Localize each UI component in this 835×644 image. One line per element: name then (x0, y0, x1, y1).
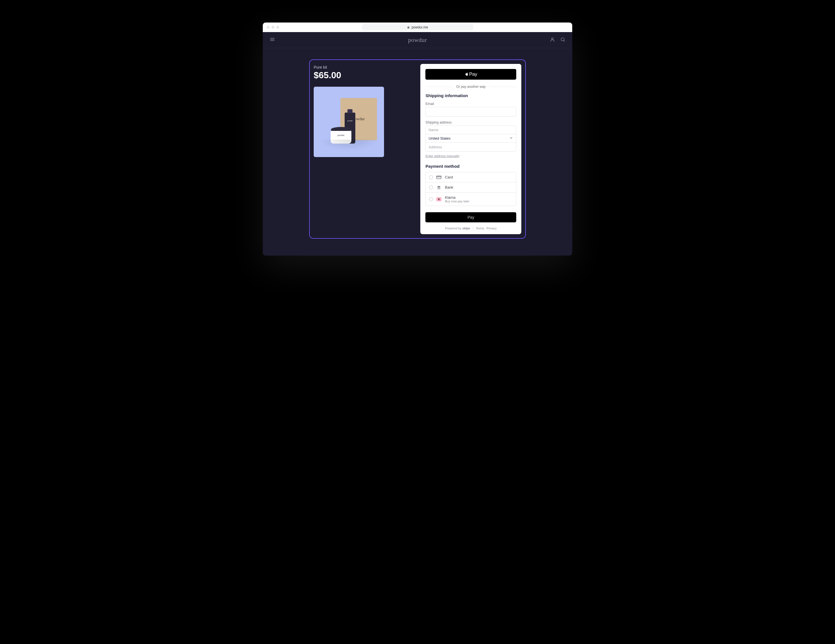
klarna-icon: K (436, 197, 442, 201)
pay-button[interactable]: Pay (426, 212, 516, 222)
stripe-logo: stripe (462, 226, 470, 230)
svg-line-5 (564, 41, 565, 42)
shipping-address-label: Shipping address (426, 120, 516, 124)
divider-text: Or pay another way (456, 85, 486, 89)
powered-by-text: Powered by stripe (445, 226, 470, 230)
email-field[interactable] (426, 107, 516, 117)
traffic-minimize[interactable] (271, 26, 274, 29)
manual-address-link[interactable]: Enter address manually (426, 154, 460, 158)
payment-method-klarna[interactable]: K Klarna Buy now pay later (426, 192, 516, 206)
payment-method-label: Card (445, 175, 453, 179)
shipping-title: Shipping information (426, 93, 516, 98)
payment-method-label: Bank (445, 185, 453, 189)
account-icon[interactable] (550, 37, 555, 43)
apple-pay-button[interactable]: Pay (426, 69, 516, 80)
country-select[interactable]: United States (426, 134, 516, 143)
email-label: Email (426, 102, 516, 106)
lock-icon (407, 26, 410, 29)
product-summary: Pure kit $65.00 (314, 64, 409, 234)
chevron-down-icon (509, 136, 513, 141)
radio-card[interactable] (429, 176, 433, 179)
payment-method-card[interactable]: Card (426, 172, 516, 182)
search-icon[interactable] (560, 37, 565, 43)
product-image (314, 87, 384, 157)
apple-icon (465, 72, 469, 77)
url-text: powdur.me (412, 25, 428, 29)
payment-title: Payment method (426, 164, 516, 169)
brand-logo[interactable]: powdur (408, 37, 427, 44)
privacy-link[interactable]: Privacy (486, 226, 497, 230)
url-bar[interactable]: powdur.me (362, 24, 473, 30)
app-header: powdur (263, 32, 572, 48)
svg-rect-6 (437, 176, 442, 179)
svg-point-3 (551, 38, 553, 39)
radio-klarna[interactable] (429, 197, 433, 201)
address-field[interactable]: Address (426, 143, 516, 151)
terms-link[interactable]: Terms (476, 226, 484, 230)
browser-chrome: powdur.me (263, 23, 572, 32)
svg-point-4 (561, 38, 564, 41)
product-name: Pure kit (314, 65, 409, 70)
apple-pay-label: Pay (469, 72, 477, 77)
name-field[interactable]: Name (426, 126, 516, 134)
menu-icon[interactable] (270, 37, 275, 43)
browser-window: powdur.me powdur Pure kit $65.00 (263, 23, 572, 255)
traffic-zoom[interactable] (276, 26, 279, 29)
traffic-lights (267, 26, 279, 29)
payment-method-list: Card Bank K (426, 172, 516, 206)
card-icon (436, 176, 442, 179)
address-group: Name United States Address (426, 125, 516, 151)
product-price: $65.00 (314, 70, 409, 80)
payment-method-bank[interactable]: Bank (426, 182, 516, 192)
radio-bank[interactable] (429, 185, 433, 189)
payment-method-label: Klarna (445, 195, 469, 200)
payment-method-sublabel: Buy now pay later (445, 200, 469, 203)
checkout-form: Pay Or pay another way Shipping informat… (420, 64, 521, 234)
divider: Or pay another way (426, 85, 516, 89)
content-area: Pure kit $65.00 Pay (263, 48, 572, 255)
checkout-card: Pure kit $65.00 Pay (309, 59, 526, 239)
svg-rect-7 (437, 176, 442, 177)
checkout-footer: Powered by stripe Terms Privacy (426, 226, 516, 230)
traffic-close[interactable] (267, 26, 270, 29)
bank-icon (436, 185, 442, 189)
